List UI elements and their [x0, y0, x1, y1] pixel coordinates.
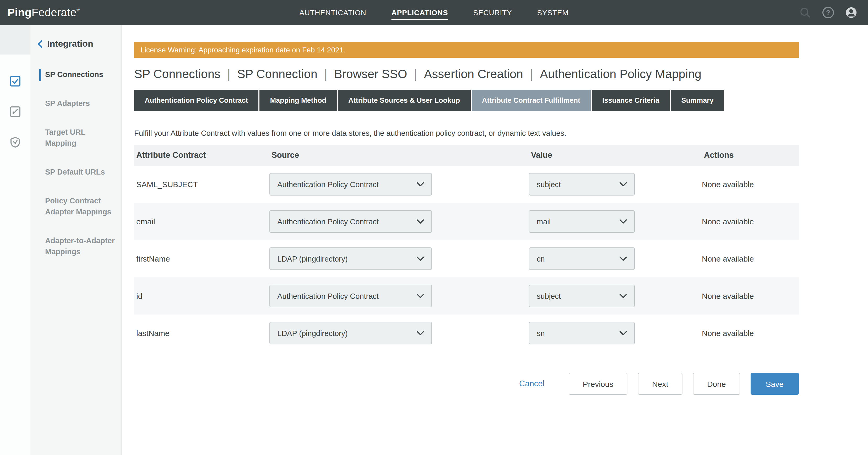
header-attribute-contract: Attribute Contract — [134, 150, 270, 160]
value-select-value: sn — [537, 329, 545, 337]
source-select[interactable]: LDAP (pingdirectory) — [270, 247, 432, 270]
breadcrumb-authentication-policy-mapping[interactable]: Authentication Policy Mapping — [540, 67, 701, 81]
done-button[interactable]: Done — [693, 373, 740, 395]
attribute-name: lastName — [134, 329, 270, 338]
nav-authentication[interactable]: AUTHENTICATION — [287, 8, 379, 17]
sidebar-item-adapter-to-adapter-mappings[interactable]: Adapter-to-Adapter Mappings — [30, 230, 121, 263]
rail-header-block — [0, 25, 30, 55]
search-icon[interactable] — [799, 6, 811, 19]
source-select-value: Authentication Policy Contract — [277, 292, 379, 300]
sidebar-back-integration[interactable]: Integration — [30, 39, 121, 49]
table-row: id Authentication Policy Contract subjec… — [134, 277, 799, 314]
source-select-value: LDAP (pingdirectory) — [277, 254, 348, 263]
breadcrumb-assertion-creation[interactable]: Assertion Creation — [424, 67, 523, 81]
sidebar-item-sp-adapters[interactable]: SP Adapters — [30, 93, 121, 114]
breadcrumb-separator: | — [220, 67, 237, 81]
chevron-down-icon — [417, 256, 424, 261]
sidebar-item-policy-contract-adapter-mappings[interactable]: Policy Contract Adapter Mappings — [30, 190, 121, 223]
account-icon[interactable] — [845, 6, 858, 19]
value-select[interactable]: subject — [529, 285, 635, 307]
actions-cell: None available — [702, 180, 799, 189]
top-bar: PingFederate® AUTHENTICATION APPLICATION… — [0, 0, 868, 25]
attribute-name: email — [134, 217, 270, 226]
top-navigation: AUTHENTICATION APPLICATIONS SECURITY SYS… — [287, 0, 581, 25]
next-button[interactable]: Next — [638, 373, 682, 395]
chevron-down-icon — [417, 294, 424, 298]
breadcrumb-sp-connection[interactable]: SP Connection — [237, 67, 317, 81]
source-select[interactable]: Authentication Policy Contract — [270, 210, 432, 233]
attribute-name: SAML_SUBJECT — [134, 180, 270, 189]
chevron-down-icon — [620, 219, 627, 224]
chevron-down-icon — [417, 182, 424, 187]
source-select-value: Authentication Policy Contract — [277, 180, 379, 188]
integration-icon[interactable] — [9, 75, 22, 88]
table-header-row: Attribute Contract Source Value Actions — [134, 145, 799, 165]
chevron-down-icon — [417, 219, 424, 224]
value-select[interactable]: subject — [529, 173, 635, 195]
logo-federate: Federate — [32, 6, 76, 18]
nav-security[interactable]: SECURITY — [461, 8, 524, 17]
edit-adapter-icon[interactable] — [9, 105, 22, 118]
save-button[interactable]: Save — [751, 373, 799, 395]
source-select[interactable]: Authentication Policy Contract — [270, 285, 432, 307]
chevron-down-icon — [620, 256, 627, 261]
chevron-left-icon — [37, 40, 43, 48]
header-actions: Actions — [702, 150, 799, 160]
page-description: Fulfill your Attribute Contract with val… — [134, 129, 799, 137]
tab-attribute-sources-user-lookup[interactable]: Attribute Sources & User Lookup — [338, 90, 470, 111]
tab-authentication-policy-contract[interactable]: Authentication Policy Contract — [134, 90, 259, 111]
shield-icon[interactable] — [9, 136, 22, 148]
breadcrumb-separator: | — [523, 67, 540, 81]
value-select[interactable]: cn — [529, 247, 635, 270]
breadcrumb: SP Connections | SP Connection | Browser… — [134, 67, 799, 81]
source-select[interactable]: LDAP (pingdirectory) — [270, 322, 432, 344]
nav-applications[interactable]: APPLICATIONS — [379, 8, 461, 17]
value-select-value: mail — [537, 217, 551, 226]
breadcrumb-sp-connections[interactable]: SP Connections — [134, 67, 220, 81]
logo-registered-mark: ® — [76, 7, 80, 12]
attribute-name: id — [134, 292, 270, 300]
chevron-down-icon — [417, 331, 424, 335]
help-icon[interactable]: ? — [822, 6, 834, 19]
tab-mapping-method[interactable]: Mapping Method — [260, 90, 337, 111]
sidebar-item-sp-connections[interactable]: SP Connections — [30, 64, 121, 86]
previous-button[interactable]: Previous — [568, 373, 627, 395]
sidebar-title: Integration — [47, 39, 93, 49]
tab-attribute-contract-fulfillment[interactable]: Attribute Contract Fulfillment — [471, 90, 591, 111]
header-value: Value — [529, 150, 702, 160]
table-row: email Authentication Policy Contract mai… — [134, 203, 799, 240]
actions-cell: None available — [702, 329, 799, 338]
svg-text:?: ? — [826, 9, 830, 17]
source-select-value: LDAP (pingdirectory) — [277, 329, 348, 337]
value-select-value: subject — [537, 180, 561, 188]
source-select-value: Authentication Policy Contract — [277, 217, 379, 226]
wizard-tabs: Authentication Policy Contract Mapping M… — [134, 90, 799, 111]
value-select[interactable]: mail — [529, 210, 635, 233]
sidebar-item-sp-default-urls[interactable]: SP Default URLs — [30, 161, 121, 183]
logo-ping: Ping — [7, 6, 32, 18]
value-select-value: subject — [537, 292, 561, 300]
tab-summary[interactable]: Summary — [671, 90, 724, 111]
tab-issuance-criteria[interactable]: Issuance Criteria — [592, 90, 670, 111]
sidebar-item-target-url-mapping[interactable]: Target URL Mapping — [30, 122, 121, 154]
breadcrumb-separator: | — [407, 67, 424, 81]
chevron-down-icon — [620, 331, 627, 335]
table-row: SAML_SUBJECT Authentication Policy Contr… — [134, 165, 799, 203]
actions-cell: None available — [702, 292, 799, 300]
table-row: firstName LDAP (pingdirectory) cn None a… — [134, 240, 799, 277]
table-row: lastName LDAP (pingdirectory) sn None av… — [134, 314, 799, 352]
icon-rail — [0, 25, 30, 455]
breadcrumb-browser-sso[interactable]: Browser SSO — [334, 67, 407, 81]
sidebar-menu: SP Connections SP Adapters Target URL Ma… — [30, 64, 121, 263]
value-select[interactable]: sn — [529, 322, 635, 344]
chevron-down-icon — [620, 294, 627, 298]
main-content: License Warning: Approaching expiration … — [122, 25, 868, 455]
actions-cell: None available — [702, 254, 799, 263]
cancel-button[interactable]: Cancel — [519, 379, 545, 388]
nav-system[interactable]: SYSTEM — [524, 8, 581, 17]
source-select[interactable]: Authentication Policy Contract — [270, 173, 432, 195]
actions-cell: None available — [702, 217, 799, 226]
footer-actions: Cancel Previous Next Done Save — [134, 373, 799, 407]
chevron-down-icon — [620, 182, 627, 187]
sidebar: Integration SP Connections SP Adapters T… — [30, 25, 122, 455]
